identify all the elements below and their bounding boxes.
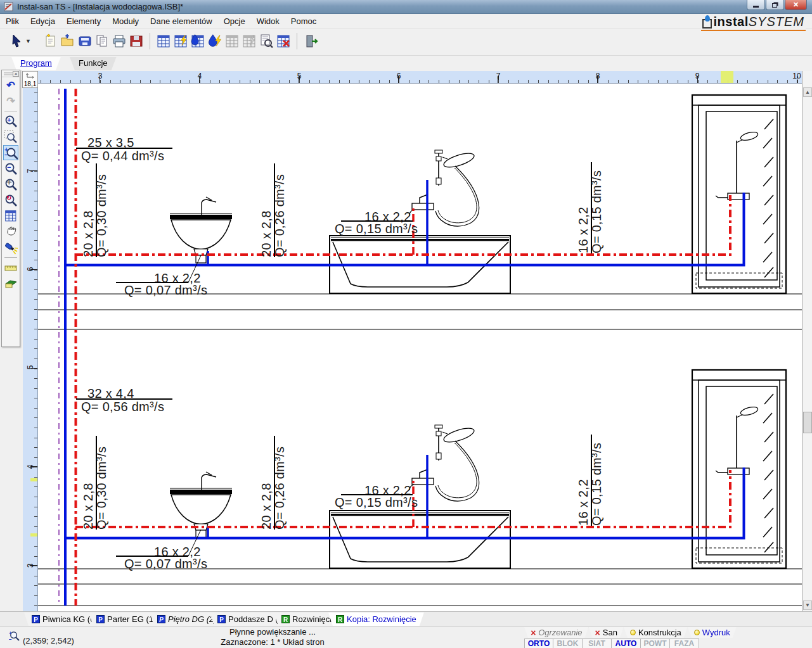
main-toolbar: ▼: [0, 29, 812, 56]
sheet-tab-label: Kopia: Rozwinięcie: [347, 614, 416, 624]
scroll-down-icon[interactable]: ▼: [803, 600, 812, 610]
cursor-coordinates: (2,359; 2,542): [23, 636, 74, 645]
palette-close-icon[interactable]: ×: [13, 71, 19, 77]
menu-opcje[interactable]: Opcje: [218, 15, 251, 28]
menu-edycja[interactable]: Edycja: [25, 15, 61, 28]
ruler-button[interactable]: [3, 260, 18, 275]
toggle-orto[interactable]: ORTO: [524, 638, 553, 648]
toggle-siat[interactable]: SIAT: [583, 638, 612, 648]
ruler-highlight: [721, 71, 733, 83]
chevron-down-icon: ▼: [25, 38, 31, 44]
plan-sheet-icon: P: [32, 615, 40, 623]
restore-button[interactable]: [766, 0, 784, 10]
pipe-label-flow: Q= 0,15 dm³/s: [335, 222, 418, 236]
vertical-ruler[interactable]: 7 6 5 4 3: [23, 84, 38, 611]
ruler-highlight: [30, 478, 37, 481]
scroll-up-icon[interactable]: ▲: [803, 87, 812, 97]
menu-elementy[interactable]: Elementy: [61, 15, 106, 28]
open-project-button[interactable]: [59, 32, 77, 51]
exit-button[interactable]: [303, 32, 321, 51]
hruler-number: 8: [596, 72, 600, 80]
pipe-label-flow: Q= 0,30 dm³/s: [96, 447, 108, 530]
pipe-label-flow: Q= 0,30 dm³/s: [96, 174, 108, 257]
toggle-auto[interactable]: AUTO: [612, 638, 641, 648]
toolbar-separator: [150, 33, 150, 49]
hruler-number: 6: [397, 72, 401, 80]
area-measure-button[interactable]: [3, 276, 18, 291]
view-results-button[interactable]: [257, 32, 275, 51]
logo-word-system: SYSTEM: [749, 15, 804, 29]
undo-button[interactable]: ↶: [3, 78, 18, 93]
zoom-window-button[interactable]: [3, 129, 18, 144]
toggle-powt[interactable]: POWT: [641, 638, 670, 648]
ruler-origin-box[interactable]: 18,1: [22, 71, 38, 88]
riser-sheet-icon: R: [281, 615, 290, 623]
close-button[interactable]: ✕: [785, 0, 807, 10]
calculation-table-button[interactable]: [155, 32, 172, 51]
highlighter-button[interactable]: [3, 240, 18, 255]
sheet-layout-button[interactable]: [3, 208, 18, 224]
drawing-mode-toggles: ORTO BLOK SIAT AUTO POWT FAZA: [524, 638, 699, 648]
zoom-extents-button[interactable]: ✛: [3, 177, 18, 192]
instalsystem-logo: instal SYSTEM: [701, 15, 806, 31]
pipe-label-size: 16 x 2,2: [577, 206, 590, 253]
pipe-label-size: 20 x 2,8: [82, 483, 94, 530]
zoom-out-button[interactable]: −: [3, 161, 18, 176]
save-all-button[interactable]: [127, 32, 145, 51]
zoom-dynamic-button[interactable]: +−: [3, 145, 18, 160]
palette-grip[interactable]: ×: [2, 70, 20, 77]
tab-funkcje[interactable]: Funkcje: [70, 57, 117, 70]
clear-results-button[interactable]: [274, 32, 292, 51]
mode-tab-label: Wydruk: [702, 628, 730, 637]
toggle-blok[interactable]: BLOK: [553, 638, 583, 648]
hruler-number: 7: [496, 72, 501, 80]
water-calculation-table-button[interactable]: [189, 32, 207, 51]
copy-button[interactable]: [93, 32, 111, 51]
run-calculation-button[interactable]: [172, 32, 190, 51]
zoom-previous-button[interactable]: ↻: [3, 193, 18, 208]
menu-pomoc[interactable]: Pomoc: [285, 15, 322, 28]
redo-button[interactable]: ↷: [3, 94, 18, 109]
mode-tab-wydruk[interactable]: Wydruk: [688, 627, 737, 638]
hruler-number: 3: [98, 72, 103, 80]
mode-tab-san[interactable]: ×San: [589, 627, 624, 638]
mode-tab-ogrzewanie[interactable]: ×Ogrzewanie: [524, 627, 589, 638]
pipe-label-size: 20 x 2,8: [82, 210, 94, 257]
x-icon: ×: [531, 630, 536, 636]
undo-icon: ↶: [6, 80, 15, 91]
hruler-number: 10: [792, 72, 801, 80]
minimize-button[interactable]: [747, 0, 765, 10]
zoom-in-icon: +: [7, 116, 11, 124]
calculation-table-disabled-button[interactable]: [223, 32, 241, 51]
menu-dane-elementow[interactable]: Dane elementów: [145, 15, 218, 28]
tab-program[interactable]: Program: [11, 57, 61, 70]
mode-tab-label: Ogrzewanie: [538, 628, 582, 637]
zoom-in-button[interactable]: +: [3, 113, 18, 129]
status-message-bottom: Zaznaczone: 1 * Układ stron: [146, 637, 399, 647]
new-project-button[interactable]: [42, 32, 60, 51]
vertical-scrollbar[interactable]: ▲ ▼: [802, 71, 812, 611]
washbasin-fixture[interactable]: [170, 197, 232, 263]
horizontal-ruler[interactable]: 3 4 5 6 7 8 9 10: [38, 71, 802, 84]
app-window: Instal-san TS - [Instalacja wodociągowa.…: [0, 0, 812, 648]
hot-water-pipes[interactable]: [75, 89, 730, 606]
pan-hand-button[interactable]: [3, 224, 18, 239]
pipe-label-flow: Q= 0,15 dm³/s: [591, 443, 603, 526]
sheet-tab-label: Piętro DG (2): [168, 614, 217, 624]
status-messages: Płynne powiększanie ... Zaznaczone: 1 * …: [146, 627, 399, 647]
sheet-tab-kopia-rozwiniecie[interactable]: RKopia: Rozwinięcie: [328, 613, 424, 626]
run-water-calculation-button[interactable]: [206, 32, 224, 51]
vruler-number: 4: [26, 459, 35, 474]
shower-cabin-fixture[interactable]: [692, 95, 786, 293]
toggle-faza[interactable]: FAZA: [670, 638, 699, 648]
save-project-button[interactable]: [76, 32, 94, 51]
run-calculation-disabled-button[interactable]: [240, 32, 258, 51]
menu-plik[interactable]: Plik: [0, 15, 25, 28]
menu-widok[interactable]: Widok: [251, 15, 285, 28]
mode-tab-konstrukcja[interactable]: Konstrukcja: [624, 627, 688, 638]
menu-moduly[interactable]: Moduły: [106, 15, 145, 28]
drawing-canvas[interactable]: 25 x 3,5 Q= 0,44 dm³/s 20 x 2,8 Q= 0,30 …: [38, 84, 802, 611]
selection-arrow-button[interactable]: ▼: [8, 32, 33, 51]
scrollbar-thumb[interactable]: [803, 412, 812, 433]
print-button[interactable]: [110, 32, 128, 51]
